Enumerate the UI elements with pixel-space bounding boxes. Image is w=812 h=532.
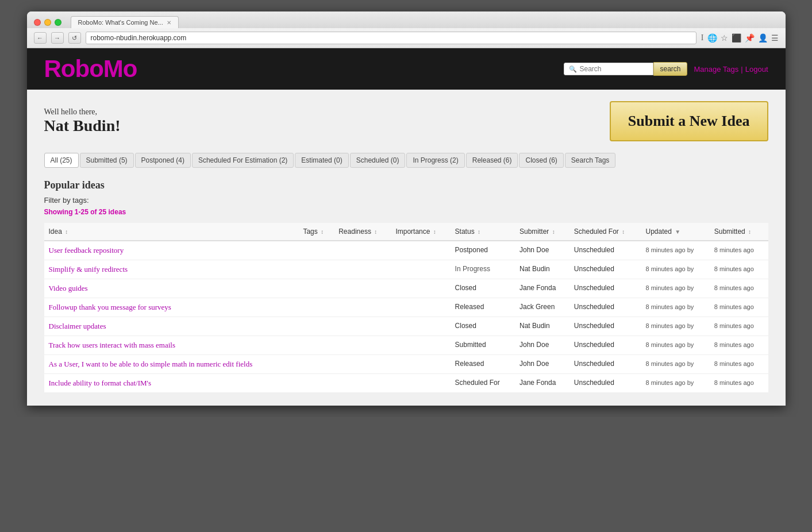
app-header: RoboMo 🔍 search Manage Tags | Logout	[27, 48, 786, 90]
idea-link[interactable]: Track how users interact with mass email…	[49, 341, 175, 349]
cell-tags	[298, 336, 334, 355]
toolbar-icons: I 🌐 ☆ ⬛ 📌 👤 ☰	[701, 33, 779, 43]
back-btn[interactable]: ←	[34, 32, 47, 44]
tab-in-progress[interactable]: In Progress (2)	[406, 153, 464, 168]
header-nav: Manage Tags | Logout	[694, 65, 768, 74]
cell-status: Postponed	[451, 241, 515, 260]
tab-postponed[interactable]: Postponed (4)	[135, 153, 191, 168]
cell-status: Closed	[451, 279, 515, 298]
cell-submitter: Nat Budin	[515, 317, 569, 336]
col-importance[interactable]: Importance ↕	[391, 223, 450, 241]
cell-submitted: 8 minutes ago	[710, 279, 768, 298]
table-row: Track how users interact with mass email…	[44, 336, 768, 355]
address-text: robomo-nbudin.herokuapp.com	[91, 34, 187, 42]
logout-link[interactable]: Logout	[745, 65, 768, 74]
forward-btn[interactable]: →	[51, 32, 64, 44]
cell-readiness	[334, 241, 391, 260]
cursor-icon: I	[701, 33, 704, 43]
cell-idea: Video guides	[44, 279, 299, 298]
cell-updated: 8 minutes ago by	[641, 336, 710, 355]
table-row: Disclaimer updates Closed Nat Budin Unsc…	[44, 317, 768, 336]
address-bar[interactable]: robomo-nbudin.herokuapp.com	[86, 32, 696, 44]
refresh-btn[interactable]: ↺	[68, 32, 81, 44]
app-logo: RoboMo	[44, 55, 137, 83]
tab-all[interactable]: All (25)	[44, 153, 79, 168]
cell-idea: Disclaimer updates	[44, 317, 299, 336]
table-row: Include ability to format chat/IM's Sche…	[44, 374, 768, 393]
cell-submitter: John Doe	[515, 355, 569, 374]
idea-link[interactable]: Simplify & unify redirects	[49, 265, 128, 273]
cell-scheduled-for: Unscheduled	[569, 279, 641, 298]
col-status[interactable]: Status ↕	[451, 223, 515, 241]
maximize-window-btn[interactable]	[55, 19, 61, 26]
tab-submitted[interactable]: Submitted (5)	[80, 153, 134, 168]
cell-updated: 8 minutes ago by	[641, 355, 710, 374]
tab-scheduled-estimation[interactable]: Scheduled For Estimation (2)	[192, 153, 294, 168]
cell-updated: 8 minutes ago by	[641, 374, 710, 393]
cell-scheduled-for: Unscheduled	[569, 260, 641, 279]
cell-tags	[298, 374, 334, 393]
idea-link[interactable]: Disclaimer updates	[49, 322, 106, 330]
cell-submitted: 8 minutes ago	[710, 298, 768, 317]
menu-icon[interactable]: ☰	[771, 33, 779, 43]
tab-estimated[interactable]: Estimated (0)	[295, 153, 348, 168]
idea-link[interactable]: Followup thank you message for surveys	[49, 303, 171, 311]
extension-icon[interactable]: ⬛	[732, 33, 741, 43]
cell-updated: 8 minutes ago by	[641, 260, 710, 279]
idea-link[interactable]: Include ability to format chat/IM's	[49, 379, 152, 387]
ideas-table: Idea ↕ Tags ↕ Readiness ↕ Importance	[44, 223, 768, 393]
browser-tab[interactable]: RoboMo: What's Coming Ne... ✕	[71, 16, 179, 28]
table-row: Followup thank you message for surveys R…	[44, 298, 768, 317]
cell-updated: 8 minutes ago by	[641, 279, 710, 298]
pin-icon[interactable]: 📌	[745, 33, 755, 43]
close-window-btn[interactable]	[34, 19, 41, 26]
col-readiness[interactable]: Readiness ↕	[334, 223, 391, 241]
table-row: Simplify & unify redirects In Progress N…	[44, 260, 768, 279]
greeting-line1: Well hello there,	[44, 107, 121, 117]
search-button[interactable]: search	[653, 62, 687, 76]
tab-close-btn[interactable]: ✕	[167, 20, 171, 26]
search-input-wrapper: 🔍	[564, 63, 653, 75]
submitter-sort-arrow: ↕	[552, 229, 555, 235]
cell-submitter: Jane Fonda	[515, 279, 569, 298]
cell-readiness	[334, 260, 391, 279]
search-input[interactable]	[579, 65, 648, 73]
col-tags[interactable]: Tags ↕	[298, 223, 334, 241]
cell-submitted: 8 minutes ago	[710, 355, 768, 374]
tab-released[interactable]: Released (6)	[466, 153, 518, 168]
cell-status: In Progress	[451, 260, 515, 279]
submit-idea-button[interactable]: Submit a New Idea	[610, 101, 768, 141]
greeting-block: Well hello there, Nat Budin!	[44, 107, 121, 135]
scheduled-sort-arrow: ↕	[622, 229, 625, 235]
col-submitter[interactable]: Submitter ↕	[515, 223, 569, 241]
idea-link[interactable]: Video guides	[49, 284, 88, 292]
cell-submitter: Jane Fonda	[515, 374, 569, 393]
cell-tags	[298, 317, 334, 336]
col-scheduled-for[interactable]: Scheduled For ↕	[569, 223, 641, 241]
nav-separator: |	[741, 65, 742, 74]
star-icon[interactable]: ☆	[721, 33, 728, 43]
col-submitted[interactable]: Submitted ↕	[710, 223, 768, 241]
manage-tags-link[interactable]: Manage Tags	[694, 65, 739, 74]
tab-closed[interactable]: Closed (6)	[519, 153, 563, 168]
col-updated[interactable]: Updated ▼	[641, 223, 710, 241]
cell-status: Closed	[451, 317, 515, 336]
cell-scheduled-for: Unscheduled	[569, 355, 641, 374]
cell-status: Released	[451, 355, 515, 374]
cell-importance	[391, 279, 450, 298]
cell-tags	[298, 260, 334, 279]
window-controls	[34, 19, 61, 26]
avatar-icon[interactable]: 👤	[758, 33, 768, 43]
tab-scheduled[interactable]: Scheduled (0)	[350, 153, 406, 168]
cell-scheduled-for: Unscheduled	[569, 241, 641, 260]
tab-search-tags[interactable]: Search Tags	[565, 153, 616, 168]
idea-link[interactable]: User feedback repository	[49, 246, 124, 255]
idea-link[interactable]: As a User, I want to be able to do simpl…	[49, 360, 253, 368]
cell-submitted: 8 minutes ago	[710, 374, 768, 393]
cell-submitter: John Doe	[515, 336, 569, 355]
table-row: Video guides Closed Jane Fonda Unschedul…	[44, 279, 768, 298]
minimize-window-btn[interactable]	[44, 19, 51, 26]
globe-icon: 🌐	[707, 33, 717, 43]
cell-submitted: 8 minutes ago	[710, 260, 768, 279]
col-idea[interactable]: Idea ↕	[44, 223, 299, 241]
